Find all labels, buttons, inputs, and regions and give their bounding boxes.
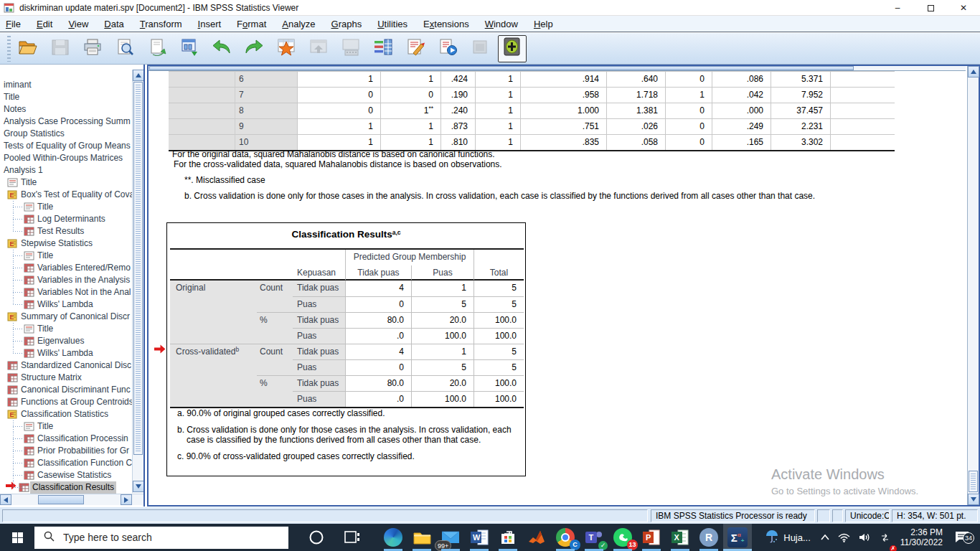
output-vertical-scrollbar[interactable] [967,66,979,505]
pane-splitter[interactable] [143,65,149,507]
print-preview-button[interactable] [110,35,139,62]
outline-item[interactable]: Test Results [0,225,132,237]
menu-utilities[interactable]: Utilities [377,19,407,29]
undo-button[interactable] [207,35,236,62]
wifi-icon[interactable] [834,524,854,551]
outline-item[interactable]: Log Determinants [0,213,132,225]
outline-item[interactable]: Canonical Discriminant Func [0,384,132,396]
outline-item-selected[interactable]: Classification Results [0,481,132,494]
taskbar-search[interactable] [34,527,288,549]
menu-transform[interactable]: Transform [140,19,182,29]
classification-results-output[interactable]: Classification Resultsa,c Predicted Grou… [166,222,526,476]
outline-item[interactable]: EClassification Statistics [0,408,132,420]
taskbar-app-chrome[interactable]: C [551,524,580,551]
restore-button[interactable] [914,0,947,16]
outline-item[interactable]: EBox's Test of Equality of Cova [0,189,132,201]
taskbar-app-store[interactable] [494,524,522,551]
outline-item[interactable]: Structure Matrix [0,372,132,384]
outline-item[interactable]: Notes [0,103,132,116]
outline-item[interactable]: Tests of Equality of Group Means [0,140,132,152]
menu-data[interactable]: Data [104,19,123,29]
outline-vertical-scrollbar[interactable] [132,70,143,493]
taskbar-app-mail[interactable]: 99+ [436,524,465,551]
scroll-right-button[interactable] [121,494,132,505]
action-center-button[interactable]: 34 [948,530,980,545]
scroll-thumb[interactable] [149,66,854,70]
taskbar-app-word[interactable]: W [465,524,494,551]
outline-item[interactable]: Classification Function C [0,457,132,469]
outline-item[interactable]: Analysis Case Processing Summ [0,116,132,128]
outline-item[interactable]: Title [0,420,132,433]
outline-item[interactable]: Pooled Within-Groups Matrices [0,152,132,164]
menu-graphs[interactable]: Graphs [331,19,362,29]
menu-insert[interactable]: Insert [198,19,222,29]
outline-item[interactable]: EStepwise Statistics [0,237,132,250]
active-window-button[interactable] [498,35,527,62]
save-button[interactable] [46,35,75,62]
volume-icon[interactable] [854,524,875,551]
run-script-button[interactable] [433,35,462,62]
outline-item[interactable]: Title [0,176,132,189]
goto-variable-button[interactable] [304,35,333,62]
recall-dialogs-button[interactable] [175,35,204,62]
scroll-up-button[interactable] [133,70,144,81]
taskbar-app-powerpoint[interactable]: P [637,524,666,551]
menu-extensions[interactable]: Extensions [423,19,469,29]
clock[interactable]: 2:36 PM 11/30/2022 [895,527,948,547]
menu-window[interactable]: Window [485,19,518,29]
print-button[interactable] [78,35,107,62]
outline-item[interactable]: Variables Entered/Remo [0,262,132,274]
scroll-thumb[interactable] [969,471,978,492]
outline-item[interactable]: ESummary of Canonical Discr [0,311,132,323]
scroll-thumb[interactable] [133,82,143,455]
outline-item[interactable]: Eigenvalues [0,335,132,347]
output-horizontal-scrollbar[interactable] [149,66,966,71]
menu-view[interactable]: View [68,19,88,29]
sync-error-icon[interactable]: ✗ [875,524,895,551]
search-input[interactable] [63,532,242,543]
export-button[interactable] [143,35,171,62]
outline-item[interactable]: Title [0,250,132,262]
scroll-down-button[interactable] [968,494,979,505]
use-variable-sets-button[interactable] [369,35,397,62]
menu-analyze[interactable]: Analyze [282,19,315,29]
outline-item[interactable]: Wilks' Lambda [0,298,132,311]
scroll-up-button[interactable] [968,66,979,77]
taskbar-app-matlab[interactable] [522,524,551,551]
close-button[interactable]: ✕ [947,0,980,16]
scroll-thumb[interactable] [38,495,84,504]
show-hidden-icons-button[interactable] [816,524,834,551]
cortana-button[interactable] [300,529,333,545]
menu-edit[interactable]: Edit [37,19,52,29]
taskbar-app-file-explorer[interactable] [407,524,436,551]
taskbar-app-spss[interactable]: Σα+ [723,524,752,551]
outline-horizontal-scrollbar[interactable] [0,494,143,505]
redo-button[interactable] [240,35,268,62]
scroll-down-button[interactable] [133,481,144,492]
taskbar-app-whatsapp[interactable]: 13 [608,524,637,551]
menu-help[interactable]: Help [534,19,553,29]
weather-widget[interactable]: Huja... [759,530,816,545]
outline-item[interactable]: Wilks' Lambda [0,347,132,359]
outline-item[interactable]: Variables Not in the Anal [0,286,132,298]
menu-file[interactable]: File [6,19,21,29]
task-view-button[interactable] [336,530,369,545]
goto-case-button[interactable] [272,35,301,62]
outline-item[interactable]: Standardized Canonical Disc [0,359,132,372]
scroll-left-button[interactable] [0,494,11,505]
outline-item[interactable]: iminant [0,79,132,91]
outline-item[interactable]: Title [0,201,132,213]
taskbar-app-teams[interactable]: T✓ [580,524,608,551]
outline-item[interactable]: Classification Processin [0,433,132,445]
outline-item[interactable]: Title [0,323,132,335]
outline-item[interactable]: Group Statistics [0,128,132,140]
minimize-button[interactable]: – [881,0,914,16]
start-button[interactable] [0,524,34,551]
variables-button[interactable] [336,35,365,62]
outline-item[interactable]: Variables in the Analysis [0,274,132,286]
open-button[interactable] [14,35,42,62]
outline-item[interactable]: Functions at Group Centroids [0,396,132,408]
outline-item[interactable]: Analysis 1 [0,164,132,176]
taskbar-app-edge[interactable] [379,524,407,551]
outline-item[interactable]: Casewise Statistics [0,469,132,481]
